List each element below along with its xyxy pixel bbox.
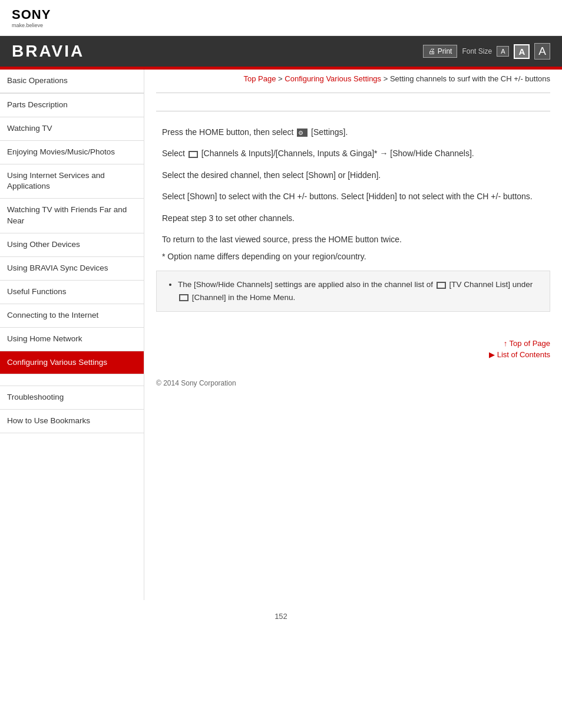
font-size-label: Font Size [462, 47, 492, 55]
sidebar-item-basic-operations[interactable]: Basic Operations [0, 70, 144, 93]
main-layout: Basic Operations Parts Description Watch… [0, 70, 562, 600]
step-3: Select the desired channel, then select … [156, 166, 550, 184]
sidebar-item-internet-services[interactable]: Using Internet Services and Applications [0, 164, 144, 199]
page-number: 152 [0, 600, 562, 627]
sidebar-item-useful-functions[interactable]: Useful Functions [0, 281, 144, 304]
divider-top [156, 93, 550, 93]
return-note: To return to the last viewed source, pre… [162, 233, 544, 246]
sidebar-item-configuring-settings[interactable]: Configuring Various Settings [0, 351, 144, 375]
print-label: Print [438, 47, 452, 55]
font-medium-button[interactable]: A [514, 44, 530, 59]
sony-text: SONY [12, 7, 51, 22]
breadcrumb-sep2: > [384, 74, 390, 83]
font-large-button[interactable]: A [534, 43, 550, 60]
breadcrumb-sep1: > [278, 74, 285, 83]
channel-icon2 [179, 294, 189, 301]
step-1: Press the HOME button, then select ⚙ [Se… [156, 123, 550, 141]
print-icon: 🖨 [428, 47, 435, 55]
settings-icon: ⚙ [297, 129, 308, 137]
top-bar: SONY make.believe [0, 0, 562, 36]
banner: BRAVIA 🖨 Print Font Size A A A [0, 36, 562, 67]
divider-top2 [156, 111, 550, 111]
note-box: The [Show/Hide Channels] settings are ap… [156, 271, 550, 311]
sidebar-item-home-network[interactable]: Using Home Network [0, 328, 144, 351]
sidebar-item-watching-friends[interactable]: Watching TV with Friends Far and Near [0, 199, 144, 233]
sidebar-item-bookmarks[interactable]: How to Use Bookmarks [0, 410, 144, 433]
step-2: Select [Channels & Inputs]/[Channels, In… [156, 144, 550, 162]
footer-links: ↑ Top of Page ▶ List of Contents [156, 327, 550, 367]
step-4: Select [Shown] to select with the CH +/-… [156, 187, 550, 205]
sidebar-item-enjoying[interactable]: Enjoying Movies/Music/Photos [0, 141, 144, 164]
breadcrumb-configuring[interactable]: Configuring Various Settings [285, 74, 381, 83]
note-item: The [Show/Hide Channels] settings are ap… [178, 278, 540, 304]
sidebar-item-troubleshooting[interactable]: Troubleshooting [0, 386, 144, 410]
breadcrumb-top-page[interactable]: Top Page [244, 74, 276, 83]
content-area: Top Page > Configuring Various Settings … [144, 70, 562, 600]
breadcrumb-current: Setting channels to surf with the CH +/-… [390, 74, 550, 83]
sidebar-item-connecting-internet[interactable]: Connecting to the Internet [0, 304, 144, 328]
asterisk-note: * Option name differs depending on your … [162, 252, 544, 261]
top-of-page-link[interactable]: ↑ Top of Page [156, 339, 550, 348]
tv-channel-list-icon [437, 282, 446, 289]
content-body: Press the HOME button, then select ⚙ [Se… [156, 117, 550, 327]
banner-controls: 🖨 Print Font Size A A A [423, 43, 550, 60]
sony-tagline: make.believe [12, 22, 51, 28]
print-button[interactable]: 🖨 Print [423, 45, 458, 58]
sidebar: Basic Operations Parts Description Watch… [0, 70, 144, 600]
bravia-title: BRAVIA [12, 42, 84, 61]
sidebar-item-bravia-sync[interactable]: Using BRAVIA Sync Devices [0, 257, 144, 281]
sidebar-item-parts-description[interactable]: Parts Description [0, 94, 144, 117]
list-of-contents-link[interactable]: ▶ List of Contents [156, 350, 550, 359]
channel-icon [189, 151, 198, 158]
copyright: © 2014 Sony Corporation [156, 373, 236, 393]
sidebar-item-other-devices[interactable]: Using Other Devices [0, 233, 144, 257]
breadcrumb: Top Page > Configuring Various Settings … [156, 70, 550, 87]
sidebar-item-watching-tv[interactable]: Watching TV [0, 117, 144, 141]
font-small-button[interactable]: A [497, 46, 509, 57]
step-5: Repeat step 3 to set other channels. [156, 209, 550, 227]
sony-logo: SONY make.believe [12, 7, 51, 28]
